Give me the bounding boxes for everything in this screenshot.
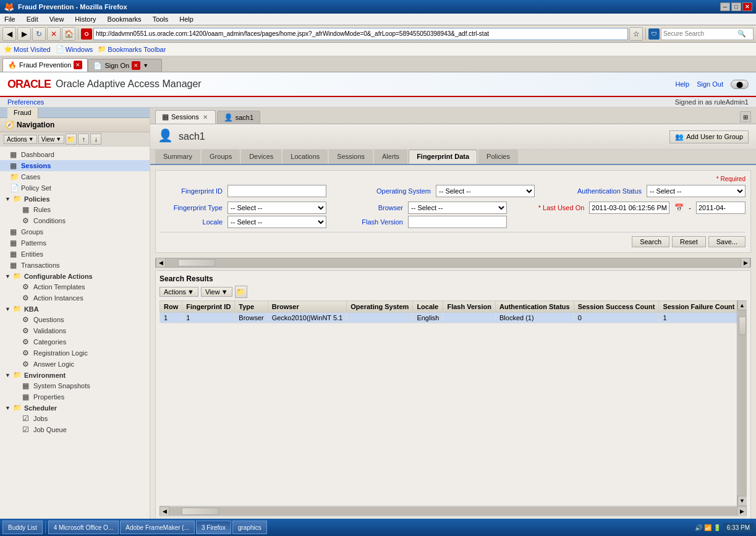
- sidebar-item-transactions[interactable]: ▦ Transactions: [0, 260, 150, 271]
- sessions-tab-close-btn[interactable]: ✕: [202, 113, 209, 121]
- signon-tab-close[interactable]: ✕: [132, 61, 140, 70]
- results-h-scroll-left[interactable]: ◀: [159, 506, 169, 516]
- sidebar-item-entities[interactable]: ▦ Entities: [0, 249, 150, 260]
- sidebar-item-validations[interactable]: ⚙ Validations: [0, 325, 150, 336]
- sidebar-item-action-instances[interactable]: ⚙ Action Instances: [0, 292, 150, 304]
- sidebar-item-job-queue[interactable]: ☑ Job Queue: [0, 424, 150, 435]
- fingerprint-type-select[interactable]: -- Select --: [227, 202, 326, 214]
- menu-edit[interactable]: Edit: [25, 15, 40, 23]
- results-view-btn[interactable]: View ▼: [201, 287, 232, 297]
- last-used-on-from-input[interactable]: [589, 202, 669, 214]
- sidebar-item-patterns[interactable]: ▦ Patterns: [0, 237, 150, 249]
- sidebar-item-cases[interactable]: 📁 Cases: [0, 171, 150, 182]
- sub-tab-devices[interactable]: Devices: [241, 150, 281, 164]
- last-used-on-to-input[interactable]: [696, 202, 745, 214]
- view-dropdown-btn[interactable]: View ▼: [38, 135, 64, 144]
- authentication-status-select[interactable]: -- Select --: [647, 185, 745, 197]
- content-tab-sessions[interactable]: ▦ Sessions ✕: [155, 110, 216, 124]
- taskbar-office[interactable]: 4 Microsoft Office O...: [48, 521, 119, 534]
- content-tab-sach1[interactable]: 👤 sach1: [217, 111, 260, 124]
- float-window-btn[interactable]: ⊞: [740, 111, 751, 122]
- sidebar-item-action-templates[interactable]: ⚙ Action Templates: [0, 281, 150, 292]
- sidebar-item-answer-logic[interactable]: ⚙ Answer Logic: [0, 359, 150, 370]
- sub-tab-fingerprint-data[interactable]: Fingerprint Data: [409, 150, 477, 164]
- sidebar-item-properties[interactable]: ▦ Properties: [0, 391, 150, 402]
- add-user-to-group-btn[interactable]: 👥 Add User to Group: [669, 130, 749, 143]
- sidebar-item-questions[interactable]: ⚙ Questions: [0, 314, 150, 325]
- forward-btn[interactable]: ▶: [17, 27, 31, 41]
- actions-dropdown-btn[interactable]: Actions ▼: [4, 135, 37, 144]
- windows-link[interactable]: 📄 Windows: [56, 45, 93, 53]
- sub-tab-groups[interactable]: Groups: [202, 150, 240, 164]
- sub-tab-alerts[interactable]: Alerts: [374, 150, 407, 164]
- results-h-scroll-right[interactable]: ▶: [737, 506, 747, 516]
- back-btn[interactable]: ◀: [2, 27, 16, 41]
- minimize-btn[interactable]: ─: [720, 2, 730, 11]
- results-h-thumb[interactable]: [182, 508, 219, 515]
- secure-search-icon[interactable]: 🔍: [737, 30, 746, 38]
- nav-up-btn[interactable]: ↑: [78, 134, 89, 145]
- sidebar-item-system-snapshots[interactable]: ▦ System Snapshots: [0, 380, 150, 391]
- sub-tab-policies[interactable]: Policies: [478, 150, 518, 164]
- sub-tab-summary[interactable]: Summary: [155, 150, 200, 164]
- most-visited-link[interactable]: ⭐ Most Visited: [4, 45, 51, 53]
- flash-version-input[interactable]: [408, 216, 507, 228]
- preferences-link[interactable]: Preferences: [7, 98, 44, 106]
- locale-select[interactable]: -- Select --: [227, 216, 326, 228]
- sidebar-item-dashboard[interactable]: ▦ Dashboard: [0, 149, 150, 160]
- taskbar-framemaker[interactable]: Adobe FrameMaker (...: [120, 521, 195, 534]
- sidebar-group-kba[interactable]: ▼ 📁 KBA: [0, 304, 150, 314]
- operating-system-select[interactable]: -- Select --: [436, 185, 535, 197]
- sub-tab-sessions[interactable]: Sessions: [329, 150, 373, 164]
- browser-tab-signon[interactable]: 📄 Sign On ✕ ▼: [88, 59, 162, 72]
- oval-button[interactable]: ⬤: [731, 80, 749, 89]
- results-actions-btn[interactable]: Actions ▼: [159, 287, 198, 297]
- stop-btn[interactable]: ✕: [47, 27, 61, 41]
- h-scroll-right-btn[interactable]: ▶: [741, 258, 750, 268]
- sidebar-item-registration-logic[interactable]: ⚙ Registration Logic: [0, 347, 150, 359]
- menu-bookmarks[interactable]: Bookmarks: [106, 15, 143, 23]
- scroll-thumb[interactable]: [739, 317, 746, 335]
- home-btn[interactable]: 🏠: [62, 27, 75, 41]
- bookmarks-toolbar-link[interactable]: 📁 Bookmarks Toolbar: [98, 45, 166, 53]
- fraud-tab[interactable]: Fraud: [7, 108, 38, 118]
- sub-tab-locations[interactable]: Locations: [282, 150, 328, 164]
- fraud-tab-close[interactable]: ✕: [74, 61, 82, 69]
- signout-link[interactable]: Sign Out: [697, 80, 723, 88]
- results-folder-btn[interactable]: 📁: [235, 286, 247, 298]
- sidebar-item-groups[interactable]: ▦ Groups: [0, 226, 150, 237]
- sidebar-item-jobs[interactable]: ☑ Jobs: [0, 413, 150, 424]
- sidebar-item-conditions[interactable]: ⚙ Conditions: [0, 215, 150, 226]
- taskbar-buddy-list[interactable]: Buddy List: [2, 521, 43, 534]
- calendar-icon[interactable]: 📅: [674, 203, 684, 212]
- reload-btn[interactable]: ↻: [32, 27, 46, 41]
- menu-history[interactable]: History: [73, 15, 98, 23]
- taskbar-graphics[interactable]: graphics: [232, 521, 267, 534]
- menu-tools[interactable]: Tools: [151, 15, 171, 23]
- scroll-down-btn[interactable]: ▼: [737, 496, 747, 506]
- close-btn[interactable]: ✕: [742, 2, 752, 11]
- browser-select[interactable]: -- Select --: [408, 202, 507, 214]
- sidebar-group-environment[interactable]: ▼ 📁 Environment: [0, 370, 150, 380]
- h-scroll-thumb[interactable]: [178, 259, 215, 266]
- url-input[interactable]: [93, 28, 628, 40]
- tab-menu-icon[interactable]: ▼: [143, 62, 148, 69]
- sidebar-item-rules[interactable]: ▦ Rules: [0, 204, 150, 215]
- h-scroll-left-btn[interactable]: ◀: [156, 258, 166, 268]
- search-btn[interactable]: Search: [632, 236, 669, 247]
- taskbar-firefox[interactable]: 3 Firefox: [196, 521, 231, 534]
- menu-file[interactable]: File: [2, 15, 17, 23]
- sidebar-group-configurable-actions[interactable]: ▼ 📁 Configurable Actions: [0, 271, 150, 281]
- nav-down-btn[interactable]: ↓: [90, 134, 101, 145]
- nav-folder-btn[interactable]: 📁: [66, 134, 77, 145]
- menu-help[interactable]: Help: [177, 15, 195, 23]
- save-btn[interactable]: Save...: [708, 236, 745, 247]
- scroll-up-btn[interactable]: ▲: [737, 300, 747, 310]
- fingerprint-id-input[interactable]: [227, 185, 326, 197]
- help-link[interactable]: Help: [676, 80, 690, 88]
- browser-tab-fraud[interactable]: 🔥 Fraud Prevention ✕: [2, 58, 88, 72]
- sidebar-item-sessions[interactable]: ▦ Sessions: [0, 160, 150, 171]
- sidebar-item-categories[interactable]: ⚙ Categories: [0, 336, 150, 347]
- secure-search-input[interactable]: [663, 30, 737, 37]
- sidebar-group-scheduler[interactable]: ▼ 📁 Scheduler: [0, 402, 150, 413]
